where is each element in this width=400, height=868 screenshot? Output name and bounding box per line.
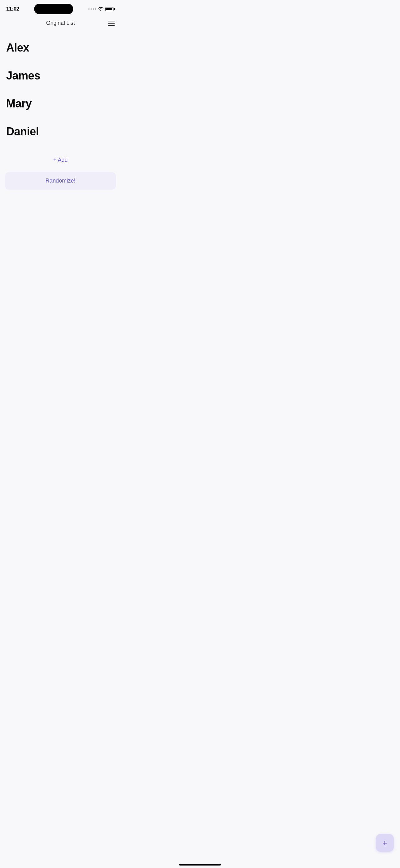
battery-icon [105, 7, 115, 11]
list-item[interactable]: Daniel [0, 118, 121, 146]
status-icons [88, 7, 115, 11]
list-item[interactable]: Alex [0, 34, 121, 62]
add-label: + Add [53, 157, 68, 163]
randomize-container: Randomize! [0, 169, 121, 195]
hamburger-line-3 [108, 25, 115, 26]
status-bar: 11:02 [0, 0, 121, 16]
page-title: Original List [46, 20, 75, 26]
signal-icon [88, 8, 96, 10]
add-button[interactable]: + Add [0, 151, 121, 169]
menu-button[interactable] [108, 21, 115, 26]
hamburger-line-1 [108, 21, 115, 22]
list-item[interactable]: Mary [0, 90, 121, 118]
wifi-icon [98, 7, 104, 11]
names-list: Alex James Mary Daniel [0, 31, 121, 148]
randomize-button[interactable]: Randomize! [5, 172, 116, 190]
list-item[interactable]: James [0, 62, 121, 90]
hamburger-line-2 [108, 23, 115, 24]
dynamic-island [34, 4, 73, 14]
nav-header: Original List [0, 16, 121, 31]
status-time: 11:02 [6, 6, 19, 12]
